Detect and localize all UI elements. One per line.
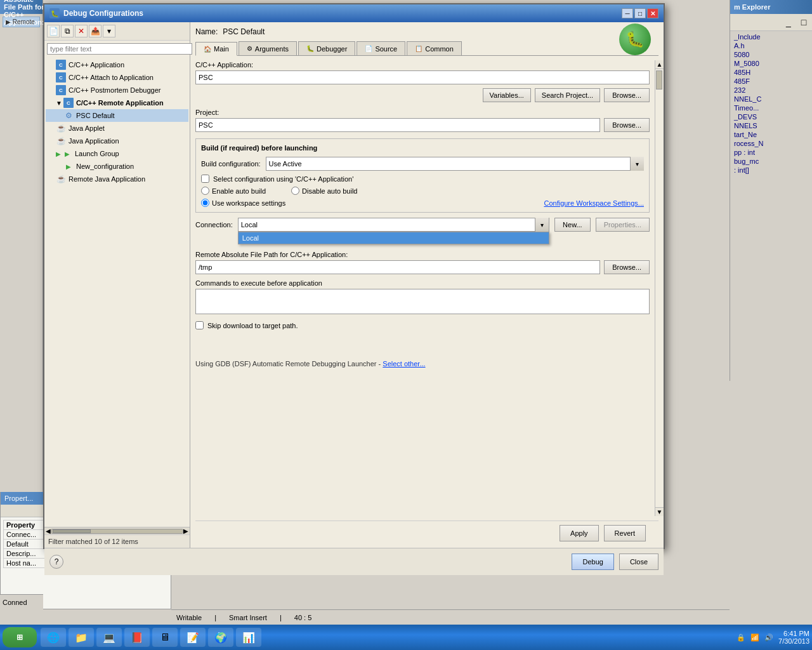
tree-item-cpp-app[interactable]: C C/C++ Application	[46, 58, 188, 71]
tree-item-cpp-remote[interactable]: ▼ C C/C++ Remote Application	[46, 96, 188, 109]
tree-item-java-applet[interactable]: ☕ Java Applet	[46, 122, 188, 135]
select-config-checkbox[interactable]	[201, 175, 209, 183]
variables-button[interactable]: Variables...	[483, 88, 531, 102]
dialog-close-btn[interactable]: ✕	[647, 8, 658, 18]
more-btn[interactable]: ▾	[103, 25, 115, 37]
explorer-item[interactable]: rocess_N	[731, 139, 811, 148]
use-workspace-radio[interactable]	[201, 199, 209, 207]
tree-hscrollbar[interactable]	[51, 529, 183, 534]
explorer-item[interactable]: bug_mc	[731, 157, 811, 166]
explorer-item[interactable]: tart_Ne	[731, 130, 811, 139]
tab-main-label: Main	[214, 45, 229, 53]
cpp-app-browse-btn[interactable]: Browse...	[604, 88, 650, 102]
tab-common[interactable]: 📋 Common	[407, 41, 462, 55]
start-button[interactable]: ⊞	[3, 627, 37, 647]
tab-arguments[interactable]: ⚙ Arguments	[239, 41, 297, 55]
clock-date: 7/30/2013	[778, 637, 809, 645]
duplicate-btn[interactable]: ⧉	[61, 25, 74, 37]
explorer-item[interactable]: 485F	[731, 77, 811, 86]
cpp-app-input[interactable]	[195, 70, 650, 84]
new-config-btn[interactable]: 📄	[47, 25, 60, 37]
tree-item-launch-group[interactable]: ▶ ▶ Launch Group	[46, 147, 188, 160]
build-config-dropdown[interactable]: Use Active ▾	[266, 157, 644, 171]
new-config-tree-icon: ▶	[63, 161, 74, 171]
project-browse-btn[interactable]: Browse...	[604, 118, 650, 132]
select-other-link[interactable]: Select other...	[383, 360, 425, 368]
debug-dialog: 🐛 Debug Configurations ─ □ ✕ 📄 ⧉ ✕ 📤 ▾	[43, 3, 665, 549]
scroll-left-btn[interactable]: ◀	[46, 527, 51, 534]
tree-item-cpp-attach[interactable]: C C/C++ Attach to Application	[46, 71, 188, 84]
explorer-item[interactable]: A.h	[731, 41, 811, 50]
project-input[interactable]	[195, 118, 600, 132]
tree-item-java-app[interactable]: ☕ Java Application	[46, 135, 188, 147]
taskbar-acrobat[interactable]: 📕	[124, 628, 150, 647]
help-button[interactable]: ?	[49, 555, 63, 569]
explorer-item[interactable]: M_5080	[731, 59, 811, 68]
revert-button[interactable]: Revert	[604, 525, 646, 541]
disable-auto-build-radio[interactable]	[291, 187, 299, 195]
enable-auto-build-option[interactable]: Enable auto build	[201, 187, 266, 195]
connection-option-local[interactable]: Local	[239, 232, 549, 244]
connection-dropdown-menu: Local	[238, 232, 549, 244]
tab-main[interactable]: 🏠 Main	[195, 42, 237, 56]
connection-arrow[interactable]: ▾	[535, 218, 549, 232]
status-bar: Writable | Smart Insert | 40 : 5	[171, 609, 730, 625]
tree-item-new-config[interactable]: ▶ New_configuration	[46, 160, 188, 173]
disable-auto-build-option[interactable]: Disable auto build	[291, 187, 357, 195]
explorer-item[interactable]: Timeo...	[731, 103, 811, 112]
taskbar-computer[interactable]: 💻	[96, 628, 122, 647]
use-workspace-option[interactable]: Use workspace settings	[201, 199, 285, 207]
cpp-attach-label: C/C++ Attach to Application	[69, 74, 154, 81]
minimize-btn[interactable]: _	[782, 15, 796, 29]
dialog-icon: 🐛	[49, 8, 60, 18]
explorer-item[interactable]: : int[]	[731, 166, 811, 175]
taskbar-ie[interactable]: 🌐	[41, 628, 66, 647]
taskbar-app4[interactable]: 📊	[236, 628, 261, 647]
remote-path-browse-btn[interactable]: Browse...	[604, 260, 650, 274]
enable-auto-build-radio[interactable]	[201, 187, 209, 195]
connection-select[interactable]: Local ▾	[238, 218, 549, 232]
tab-source[interactable]: 📄 Source	[357, 41, 405, 55]
taskbar-app1[interactable]: 🖥	[152, 628, 178, 647]
taskbar-folder[interactable]: 📁	[69, 628, 94, 647]
taskbar-app2[interactable]: 📝	[180, 628, 206, 647]
cpp-postmortem-label: C/C++ Postmortem Debugger	[69, 86, 161, 94]
tree-item-remote-java[interactable]: ☕ Remote Java Application	[46, 173, 188, 185]
name-label: Name:	[195, 27, 218, 36]
dialog-restore-btn[interactable]: □	[634, 8, 646, 18]
scroll-track[interactable]	[655, 69, 664, 507]
tree-item-cpp-postmortem[interactable]: C C/C++ Postmortem Debugger	[46, 84, 188, 96]
tree-panel: 📄 ⧉ ✕ 📤 ▾ C C/C++ Application C	[44, 22, 190, 548]
export-btn[interactable]: 📤	[89, 25, 102, 37]
new-connection-btn[interactable]: New...	[554, 218, 591, 232]
dialog-minimize-btn[interactable]: ─	[622, 8, 633, 18]
filter-input[interactable]	[47, 43, 192, 55]
explorer-item[interactable]: NNELS	[731, 121, 811, 130]
explorer-item[interactable]: _DEVS	[731, 112, 811, 121]
tree-item-psc-default[interactable]: ⚙ PSC Default	[46, 109, 188, 122]
common-tab-icon: 📋	[415, 45, 422, 52]
skip-download-checkbox[interactable]	[195, 321, 204, 329]
remote-path-input[interactable]	[195, 260, 600, 274]
search-project-button[interactable]: Search Project...	[535, 88, 600, 102]
build-config-select[interactable]: Use Active ▾	[266, 157, 644, 171]
commands-textarea[interactable]	[195, 289, 650, 314]
connection-properties-btn[interactable]: Properties...	[596, 218, 650, 232]
explorer-item[interactable]: 5080	[731, 50, 811, 59]
delete-btn[interactable]: ✕	[75, 25, 88, 37]
explorer-item[interactable]: _Include	[731, 32, 811, 41]
scroll-up-btn[interactable]: ▲	[655, 60, 664, 69]
explorer-item[interactable]: 232	[731, 86, 811, 95]
scroll-down-btn[interactable]: ▼	[655, 507, 664, 516]
debug-button[interactable]: Debug	[572, 554, 613, 570]
explorer-item[interactable]: pp : int	[731, 148, 811, 157]
maximize-btn[interactable]: □	[797, 15, 811, 29]
tab-debugger[interactable]: 🐛 Debugger	[298, 41, 355, 55]
explorer-item[interactable]: 485H	[731, 68, 811, 77]
explorer-item[interactable]: NNEL_C	[731, 95, 811, 103]
apply-button[interactable]: Apply	[560, 525, 599, 541]
close-button[interactable]: Close	[619, 554, 658, 570]
configure-workspace-link[interactable]: Configure Workspace Settings...	[544, 199, 644, 207]
taskbar-app3[interactable]: 🌍	[208, 628, 233, 647]
scroll-right-btn[interactable]: ▶	[183, 527, 188, 534]
